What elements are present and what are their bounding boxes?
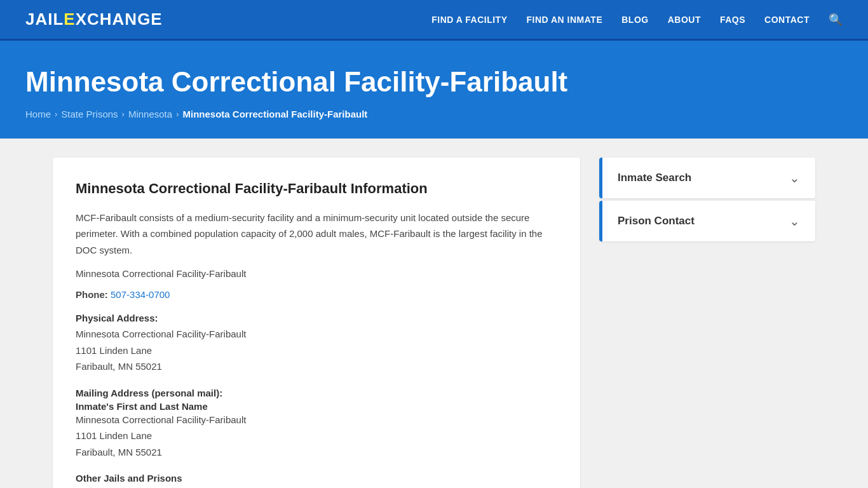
breadcrumb-sep-3: › xyxy=(176,109,179,119)
nav-find-facility[interactable]: FIND A FACILITY xyxy=(431,15,507,25)
main-content: Minnesota Correctional Facility-Faribaul… xyxy=(27,158,841,488)
inmate-search-toggle[interactable]: Inmate Search ⌄ xyxy=(599,158,815,198)
hero-banner: Minnesota Correctional Facility-Faribaul… xyxy=(0,41,868,139)
sidebar-inmate-search: Inmate Search ⌄ xyxy=(599,158,815,198)
breadcrumb: Home › State Prisons › Minnesota › Minne… xyxy=(25,109,843,119)
physical-address-line-1: Minnesota Correctional Facility-Faribaul… xyxy=(76,326,557,342)
prison-contact-label: Prison Contact xyxy=(618,215,695,227)
mailing-address-block: Mailing Address (personal mail): Inmate'… xyxy=(76,388,557,461)
physical-address-block: Physical Address: Minnesota Correctional… xyxy=(76,313,557,375)
inmate-search-label: Inmate Search xyxy=(618,172,691,184)
site-header: JAILEXCHANGE FIND A FACILITY FIND AN INM… xyxy=(0,0,868,41)
mailing-name-label: Inmate's First and Last Name xyxy=(76,401,557,412)
sidebar-prison-contact: Prison Contact ⌄ xyxy=(599,201,815,241)
other-jails-heading: Other Jails and Prisons xyxy=(76,473,557,484)
mailing-address-line-3: Faribault, MN 55021 xyxy=(76,444,557,461)
mailing-address-line-2: 1101 Linden Lane xyxy=(76,428,557,444)
logo-change: XCHANGE xyxy=(76,10,163,29)
right-sidebar: Inmate Search ⌄ Prison Contact ⌄ xyxy=(599,158,815,244)
prison-contact-toggle[interactable]: Prison Contact ⌄ xyxy=(599,201,815,241)
nav-contact[interactable]: CONTACT xyxy=(764,15,810,25)
prison-contact-chevron-icon: ⌄ xyxy=(789,214,800,229)
breadcrumb-sep-1: › xyxy=(55,109,57,119)
phone-label: Phone: xyxy=(76,289,108,300)
info-description: MCF-Faribault consists of a medium-secur… xyxy=(76,210,557,259)
nav-faqs[interactable]: FAQs xyxy=(720,15,745,25)
physical-address-label: Physical Address: xyxy=(76,313,557,323)
breadcrumb-sep-2: › xyxy=(122,109,125,119)
facility-name-plain: Minnesota Correctional Facility-Faribaul… xyxy=(76,268,557,279)
physical-address-line-3: Faribault, MN 55021 xyxy=(76,358,557,375)
info-heading: Minnesota Correctional Facility-Faribaul… xyxy=(76,180,557,197)
nav-about[interactable]: ABOUT xyxy=(668,15,701,25)
main-nav: FIND A FACILITY FIND AN INMATE BLOG ABOU… xyxy=(431,13,843,27)
inmate-search-chevron-icon: ⌄ xyxy=(789,170,800,186)
breadcrumb-current: Minnesota Correctional Facility-Faribaul… xyxy=(182,109,367,119)
nav-find-inmate[interactable]: FIND AN INMATE xyxy=(526,15,602,25)
logo-jail: JAIL xyxy=(25,10,64,29)
site-logo[interactable]: JAILEXCHANGE xyxy=(25,10,163,29)
nav-blog[interactable]: BLOG xyxy=(621,15,648,25)
breadcrumb-state[interactable]: Minnesota xyxy=(128,109,172,119)
facility-info-card: Minnesota Correctional Facility-Faribaul… xyxy=(53,158,580,488)
physical-address-line-2: 1101 Linden Lane xyxy=(76,342,557,359)
breadcrumb-state-prisons[interactable]: State Prisons xyxy=(61,109,118,119)
mailing-address-line-1: Minnesota Correctional Facility-Faribaul… xyxy=(76,412,557,428)
breadcrumb-home[interactable]: Home xyxy=(25,109,51,119)
search-button[interactable]: 🔍 xyxy=(829,13,843,27)
phone-link[interactable]: 507-334-0700 xyxy=(111,289,170,300)
phone-row: Phone: 507-334-0700 xyxy=(76,289,557,300)
logo-ex: E xyxy=(64,10,75,29)
mailing-address-label: Mailing Address (personal mail): xyxy=(76,388,557,398)
page-title: Minnesota Correctional Facility-Faribaul… xyxy=(25,66,843,98)
